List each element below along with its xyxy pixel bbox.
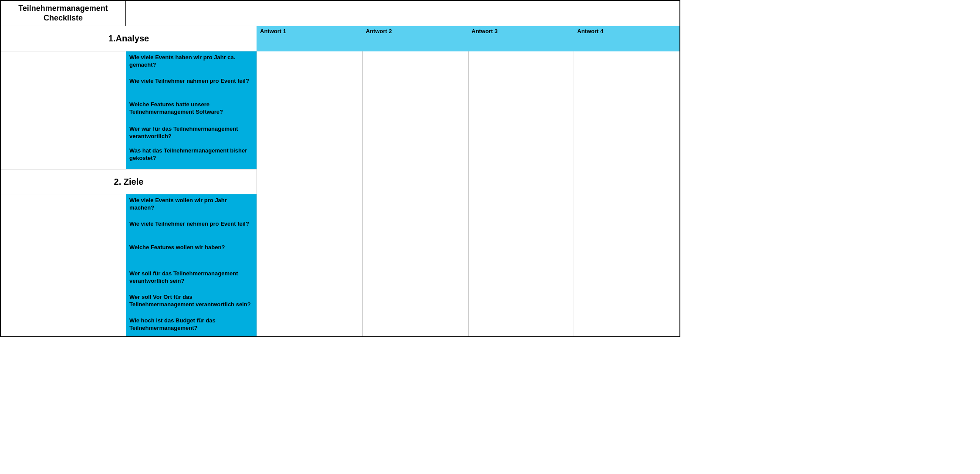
answer-cell-2[interactable] (362, 169, 468, 194)
answer-cell-1[interactable] (257, 315, 362, 336)
question-row: Wie viele Teilnehmer nahmen pro Event te… (1, 75, 679, 98)
answer-cell-1[interactable] (257, 241, 362, 267)
question-row: Wie hoch ist das Budget für das Teilnehm… (1, 315, 679, 336)
answer-cell-2[interactable] (362, 315, 468, 336)
answer-cell-1[interactable] (257, 98, 362, 123)
question-cell: Wer soll für das Teilnehmermanagement ve… (126, 267, 257, 291)
answer-cell-2[interactable] (362, 291, 468, 315)
answer-cell-1[interactable] (257, 291, 362, 315)
answer-cell-4[interactable] (574, 169, 679, 194)
question-cell: Wie viele Teilnehmer nehmen pro Event te… (126, 218, 257, 241)
answer-cell-4[interactable] (574, 98, 679, 123)
answer-cell-4[interactable] (574, 291, 679, 315)
answer-cell-2[interactable] (362, 145, 468, 169)
question-cell: Wie viele Events haben wir pro Jahr ca. … (126, 51, 257, 75)
question-cell: Wie hoch ist das Budget für das Teilnehm… (126, 315, 257, 336)
answer-cell-2[interactable] (362, 98, 468, 123)
question-cell: Wer war für das Teilnehmermanagement ver… (126, 123, 257, 145)
answer-cell-4[interactable] (574, 267, 679, 291)
answer-cell-3[interactable] (468, 98, 574, 123)
answer-cell-3[interactable] (468, 291, 574, 315)
question-row: Wie viele Events haben wir pro Jahr ca. … (1, 51, 679, 75)
title-blank (126, 1, 679, 26)
answer-cell-3[interactable] (468, 145, 574, 169)
answer-header-2: Antwort 2 (362, 26, 468, 51)
answer-header-4: Antwort 4 (574, 26, 679, 51)
row-blank (1, 51, 126, 75)
question-row: Welche Features hatte unsere Teilnehmerm… (1, 98, 679, 123)
row-blank (1, 98, 126, 123)
answer-cell-1[interactable] (257, 169, 362, 194)
row-blank (1, 218, 126, 241)
row-blank (1, 267, 126, 291)
answer-cell-4[interactable] (574, 123, 679, 145)
answer-cell-1[interactable] (257, 218, 362, 241)
checklist-sheet: Teilnehmermanagement Checkliste 1.Analys… (0, 0, 680, 337)
section-2-rest (257, 169, 679, 194)
section-2-header-row: 2. Ziele (1, 169, 679, 194)
answer-cell-1[interactable] (257, 145, 362, 169)
question-row: Wer soll Vor Ort für das Teilnehmermanag… (1, 291, 679, 315)
answer-cell-3[interactable] (468, 75, 574, 98)
answer-cell-4[interactable] (574, 315, 679, 336)
answer-cell-1[interactable] (257, 123, 362, 145)
answer-cell-2[interactable] (362, 194, 468, 218)
question-row: Wer war für das Teilnehmermanagement ver… (1, 123, 679, 145)
answer-cell-3[interactable] (468, 123, 574, 145)
answer-cell-3[interactable] (468, 218, 574, 241)
answer-cell-3[interactable] (468, 241, 574, 267)
answer-cell-1[interactable] (257, 51, 362, 75)
answer-cell-3[interactable] (468, 169, 574, 194)
question-cell: Welche Features wollen wir haben? (126, 241, 257, 267)
answer-cell-3[interactable] (468, 194, 574, 218)
answer-cell-1[interactable] (257, 267, 362, 291)
question-row: Wer soll für das Teilnehmermanagement ve… (1, 267, 679, 291)
question-cell: Wer soll Vor Ort für das Teilnehmermanag… (126, 291, 257, 315)
question-cell: Wie viele Events wollen wir pro Jahr mac… (126, 194, 257, 218)
answer-cell-4[interactable] (574, 194, 679, 218)
row-blank (1, 241, 126, 267)
answer-cell-1[interactable] (257, 75, 362, 98)
question-cell: Wie viele Teilnehmer nahmen pro Event te… (126, 75, 257, 98)
answer-header-3: Antwort 3 (468, 26, 574, 51)
row-blank (1, 315, 126, 336)
question-row: Wie viele Events wollen wir pro Jahr mac… (1, 194, 679, 218)
row-blank (1, 145, 126, 169)
answer-cell-3[interactable] (468, 51, 574, 75)
answer-cell-3[interactable] (468, 315, 574, 336)
question-row: Welche Features wollen wir haben? (1, 241, 679, 267)
answer-cell-2[interactable] (362, 241, 468, 267)
answer-cell-4[interactable] (574, 51, 679, 75)
answer-cell-2[interactable] (362, 123, 468, 145)
answer-cell-4[interactable] (574, 145, 679, 169)
answer-cell-4[interactable] (574, 241, 679, 267)
answer-cell-2[interactable] (362, 75, 468, 98)
question-row: Wie viele Teilnehmer nehmen pro Event te… (1, 218, 679, 241)
answer-cell-1[interactable] (257, 194, 362, 218)
answer-cell-3[interactable] (468, 267, 574, 291)
answer-cell-2[interactable] (362, 51, 468, 75)
question-cell: Welche Features hatte unsere Teilnehmerm… (126, 98, 257, 123)
question-row: Was hat das Teilnehmermanagement bisher … (1, 145, 679, 169)
title-row: Teilnehmermanagement Checkliste (1, 1, 679, 26)
answer-cell-2[interactable] (362, 267, 468, 291)
row-blank (1, 123, 126, 145)
answer-cell-2[interactable] (362, 218, 468, 241)
answer-cell-4[interactable] (574, 75, 679, 98)
section-2-title: 2. Ziele (1, 169, 257, 194)
answer-header-1: Antwort 1 (257, 26, 362, 51)
answer-cell-4[interactable] (574, 218, 679, 241)
row-blank (1, 194, 126, 218)
section-1-header-row: 1.Analyse Antwort 1 Antwort 2 Antwort 3 … (1, 26, 679, 51)
section-1-title: 1.Analyse (1, 26, 257, 51)
question-cell: Was hat das Teilnehmermanagement bisher … (126, 145, 257, 169)
document-title: Teilnehmermanagement Checkliste (1, 1, 126, 26)
row-blank (1, 75, 126, 98)
row-blank (1, 291, 126, 315)
